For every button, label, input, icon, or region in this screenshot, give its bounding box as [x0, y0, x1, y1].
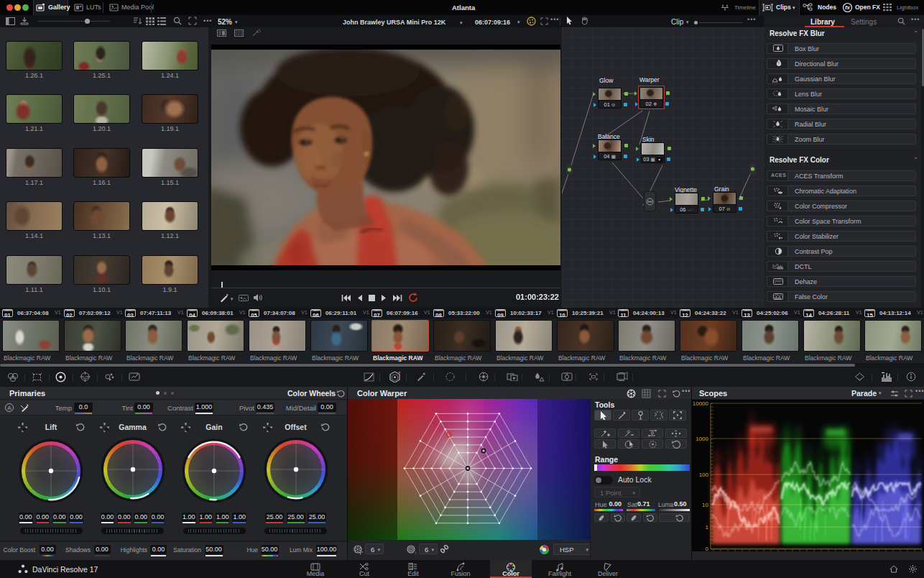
svg-text:fx: fx: [845, 4, 851, 11]
svg-text:DCTL: DCTL: [777, 267, 784, 270]
svg-text:1000: 1000: [696, 436, 708, 442]
svg-text:1/2: 1/2: [83, 375, 88, 380]
svg-text:i: i: [415, 551, 416, 555]
svg-text:10000: 10000: [693, 400, 709, 407]
svg-text:10: 10: [702, 502, 708, 508]
svg-text:0: 0: [706, 546, 709, 552]
svg-text:1: 1: [706, 524, 709, 531]
svg-text:100: 100: [699, 472, 709, 478]
